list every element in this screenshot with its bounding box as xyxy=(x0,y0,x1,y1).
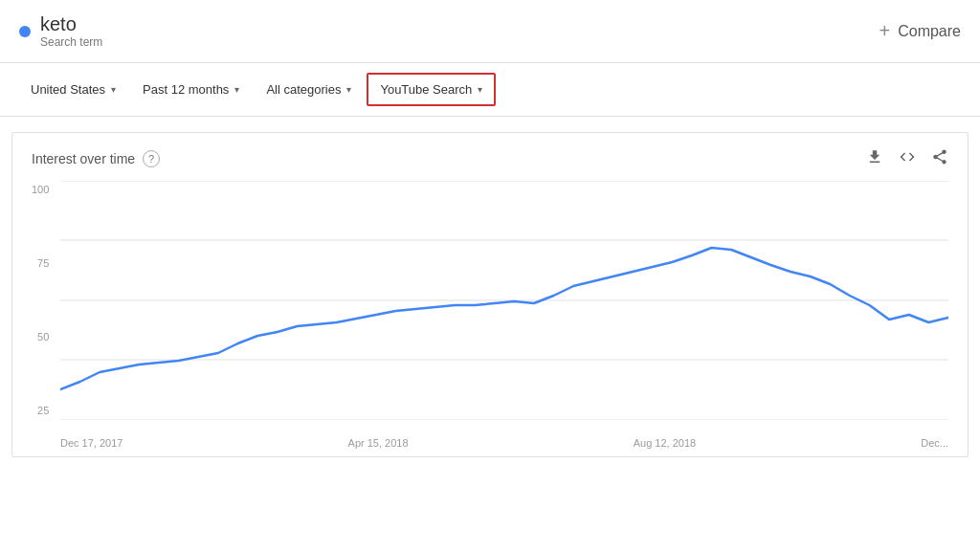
embed-icon[interactable] xyxy=(899,148,916,169)
period-chevron: ▾ xyxy=(234,84,239,95)
category-filter[interactable]: All categories ▾ xyxy=(255,75,363,104)
search-term-text: keto Search term xyxy=(40,13,102,49)
chart-title-group: Interest over time ? xyxy=(32,150,160,167)
y-axis-labels: 100 75 50 25 xyxy=(32,181,49,420)
search-term-label: Search term xyxy=(40,35,102,49)
source-label: YouTube Search xyxy=(380,82,472,97)
x-label-dec2018: Dec... xyxy=(921,437,948,449)
plus-icon: + xyxy=(880,20,891,42)
category-chevron: ▾ xyxy=(346,84,351,95)
chart-section: Interest over time ? 100 75 50 25 xyxy=(11,132,969,457)
top-bar: keto Search term + Compare xyxy=(0,0,980,63)
chart-area: 100 75 50 25 Dec 17, 2017 Apr 15, 2018 xyxy=(12,181,968,449)
x-label-aug2018: Aug 12, 2018 xyxy=(634,437,696,449)
keto-dot xyxy=(19,26,31,37)
compare-label: Compare xyxy=(898,23,961,40)
y-label-75: 75 xyxy=(37,258,49,269)
period-filter[interactable]: Past 12 months ▾ xyxy=(131,75,251,104)
y-label-50: 50 xyxy=(37,332,49,342)
period-label: Past 12 months xyxy=(143,82,229,97)
search-term-block: keto Search term xyxy=(19,13,102,49)
trend-chart-svg xyxy=(60,181,948,420)
compare-button[interactable]: + Compare xyxy=(880,20,962,42)
y-label-25: 25 xyxy=(37,406,49,416)
filter-bar: United States ▾ Past 12 months ▾ All cat… xyxy=(0,63,980,117)
region-filter[interactable]: United States ▾ xyxy=(19,75,127,104)
category-label: All categories xyxy=(266,82,341,97)
chart-actions xyxy=(866,148,948,169)
chart-title: Interest over time xyxy=(32,151,135,166)
region-chevron: ▾ xyxy=(111,84,116,95)
help-icon[interactable]: ? xyxy=(143,150,160,167)
source-filter[interactable]: YouTube Search ▾ xyxy=(367,73,496,106)
chart-canvas xyxy=(60,181,948,420)
download-icon[interactable] xyxy=(866,148,883,169)
x-label-dec2017: Dec 17, 2017 xyxy=(60,437,122,449)
source-chevron: ▾ xyxy=(478,84,482,95)
y-label-100: 100 xyxy=(32,185,49,195)
x-label-apr2018: Apr 15, 2018 xyxy=(348,437,409,449)
search-term-name: keto xyxy=(40,13,102,35)
chart-header: Interest over time ? xyxy=(12,148,968,181)
share-icon[interactable] xyxy=(931,148,948,169)
x-axis-labels: Dec 17, 2017 Apr 15, 2018 Aug 12, 2018 D… xyxy=(60,437,948,449)
region-label: United States xyxy=(31,82,105,97)
